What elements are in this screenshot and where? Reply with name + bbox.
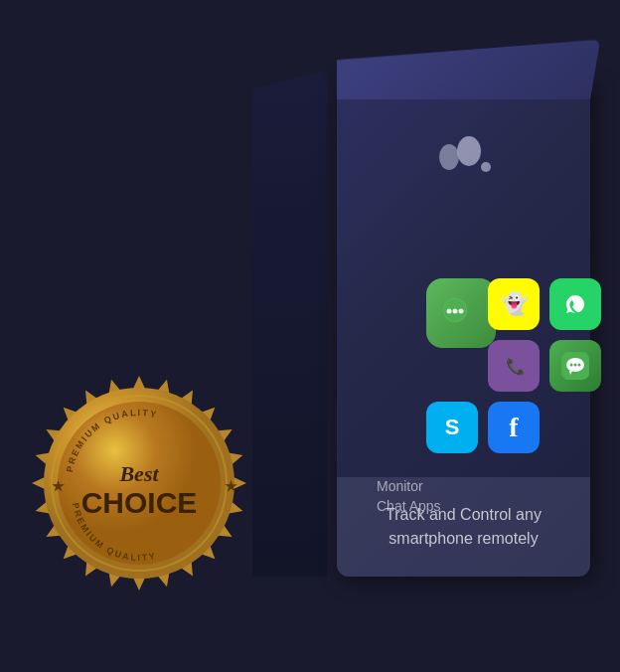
svg-text:📞: 📞 (506, 357, 526, 376)
app-icons-section: Monitor Chat Apps (357, 278, 580, 453)
svg-point-15 (570, 364, 573, 367)
skype-icon: S (426, 402, 478, 453)
box-top-face (337, 40, 600, 99)
facebook-icon: f (488, 402, 540, 453)
scene: Monitor Chat Apps (0, 0, 620, 672)
svg-point-0 (439, 144, 459, 170)
box-front-face: Monitor Chat Apps (337, 80, 590, 577)
svg-marker-36 (32, 477, 45, 489)
svg-point-1 (457, 136, 481, 166)
viber-icon: 📞 (488, 340, 540, 392)
svg-point-17 (578, 364, 581, 367)
svg-marker-30 (133, 578, 145, 590)
product-box: Monitor Chat Apps (252, 40, 590, 596)
whatsapp-icon (549, 278, 601, 330)
svg-point-5 (447, 309, 452, 314)
bottom-text: Track and Control any smartphone remotel… (386, 503, 542, 551)
svg-text:★: ★ (225, 478, 237, 494)
product-logo (434, 129, 494, 183)
svg-point-2 (481, 162, 491, 172)
app-icons-grid: 👻 📞 (426, 278, 580, 453)
box-bottom-section: Track and Control any smartphone remotel… (337, 477, 590, 577)
svg-marker-18 (133, 376, 145, 389)
chat-icon (426, 278, 496, 348)
box-left-side (252, 70, 327, 577)
snapchat-icon: 👻 (488, 278, 540, 330)
svg-point-16 (574, 364, 577, 367)
best-choice-badge: ★ ★ PREMIUM QUALITY Best CHOICE PREMIUM … (30, 374, 248, 592)
svg-text:Best: Best (118, 461, 159, 486)
imessage-icon (549, 340, 601, 392)
svg-text:CHOICE: CHOICE (81, 486, 198, 519)
svg-point-7 (459, 309, 464, 314)
svg-point-6 (453, 309, 458, 314)
svg-text:★: ★ (52, 478, 65, 494)
